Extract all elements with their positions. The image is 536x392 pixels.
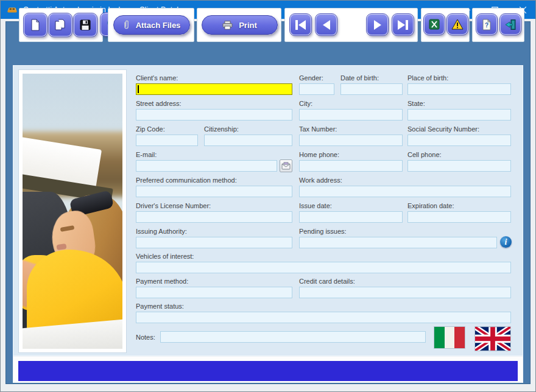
issue-date-input[interactable] [299,211,403,223]
new-document-icon [30,19,41,31]
last-record-icon [398,20,408,30]
paperclip-icon [123,19,130,30]
street-address-label: Street address: [136,100,292,107]
field-gender: Gender: [299,74,334,95]
toolbar-group-export [421,8,470,42]
first-record-button[interactable] [290,14,311,35]
issuing-authority-input[interactable] [136,237,292,248]
send-email-button[interactable] [280,159,292,172]
field-state: State: [407,100,511,121]
field-zip-code: Zip Code: [136,125,198,146]
cell-phone-input[interactable] [407,160,511,172]
zip-code-input[interactable] [136,135,198,146]
italy-flag-green [434,327,445,348]
exit-button[interactable] [500,14,521,35]
date-of-birth-label: Date of birth: [340,74,403,82]
field-vehicles-of-interest: Vehicles of interest: [136,253,511,273]
state-input[interactable] [407,109,511,121]
attach-files-button[interactable]: Attach Files [113,15,190,35]
copy-icon [54,19,66,31]
next-record-button[interactable] [367,14,388,35]
next-record-icon [374,20,381,30]
help-icon: ? [482,19,492,30]
warning-button[interactable] [447,14,468,35]
attach-files-label: Attach Files [136,21,181,30]
field-credit-card-details: Credit card details: [299,278,511,298]
tax-number-input[interactable] [299,135,403,146]
street-address-input[interactable] [136,109,292,121]
drivers-license-number-label: Driver's License Number: [136,202,292,209]
english-language-flag[interactable] [475,327,510,351]
pending-issues-input[interactable] [299,237,497,248]
social-security-number-label: Social Security Number: [407,125,511,133]
home-phone-label: Home phone: [299,151,403,158]
field-place-of-birth: Place of birth: [407,74,511,95]
notes-label: Notes: [136,334,155,341]
toolbar-group-records [19,8,103,42]
email-input[interactable] [136,160,277,172]
state-label: State: [407,100,511,107]
app-car-icon [7,5,18,14]
toolbar-group-navigation [284,8,418,42]
save-record-button[interactable] [74,13,97,37]
footer-panel [13,356,523,383]
toolbar-group-help-exit: ? [472,8,524,42]
preferred-communication-method-input[interactable] [136,186,292,197]
warning-icon [451,19,464,30]
print-button[interactable]: Print [202,15,278,35]
drivers-license-number-input[interactable] [136,211,292,223]
place-of-birth-label: Place of birth: [407,74,511,82]
field-home-phone: Home phone: [299,151,403,172]
export-excel-button[interactable] [424,14,445,35]
payment-status-input[interactable] [136,312,511,323]
city-input[interactable] [299,109,403,121]
field-client-name: Client's name: [136,74,292,95]
cell-phone-label: Cell phone: [407,151,511,158]
vehicles-of-interest-label: Vehicles of interest: [136,253,511,260]
field-pending-issues: Pending issues: [299,228,497,248]
client-photo [19,70,126,352]
zip-code-label: Zip Code: [136,125,198,133]
field-work-address: Work address: [299,177,511,197]
new-record-button[interactable] [24,13,47,37]
date-of-birth-input[interactable] [340,83,403,95]
issuing-authority-label: Issuing Authority: [136,228,292,235]
vehicles-of-interest-input[interactable] [136,262,511,273]
gender-input[interactable] [299,83,334,95]
application-window: Contratti Autonoleggio in Inglese - Clie… [0,0,536,392]
field-notes: Notes: [136,331,426,343]
field-payment-method: Payment method: [136,278,292,298]
social-security-number-input[interactable] [407,135,511,146]
field-expiration-date: Expiration date: [407,202,511,223]
expiration-date-input[interactable] [407,211,511,223]
payment-method-input[interactable] [136,287,292,298]
field-preferred-communication-method: Preferred communication method: [136,177,292,197]
pending-issues-label: Pending issues: [299,228,497,235]
client-photo-image [23,74,122,349]
help-button[interactable]: ? [476,14,497,35]
previous-record-button[interactable] [316,14,337,35]
italian-language-flag[interactable] [434,327,465,348]
credit-card-details-input[interactable] [299,287,511,298]
copy-record-button[interactable] [49,13,72,37]
notes-input[interactable] [160,331,426,343]
home-phone-input[interactable] [299,160,403,172]
status-bar [18,361,518,381]
field-cell-phone: Cell phone: [407,151,511,172]
printer-icon [222,21,233,30]
expiration-date-label: Expiration date: [407,202,511,209]
preferred-communication-method-label: Preferred communication method: [136,177,292,184]
issue-date-label: Issue date: [299,202,403,209]
citizenship-input[interactable] [204,135,292,146]
previous-record-icon [323,20,330,30]
email-label: E-mail: [136,151,277,158]
place-of-birth-input[interactable] [407,83,511,95]
field-social-security-number: Social Security Number: [407,125,511,146]
tax-number-label: Tax Number: [299,125,403,133]
field-city: City: [299,100,403,121]
client-name-input[interactable] [136,83,292,95]
last-record-button[interactable] [392,14,414,35]
pending-issues-info-button[interactable]: i [500,236,512,248]
work-address-input[interactable] [299,186,511,197]
field-issue-date: Issue date: [299,202,403,223]
